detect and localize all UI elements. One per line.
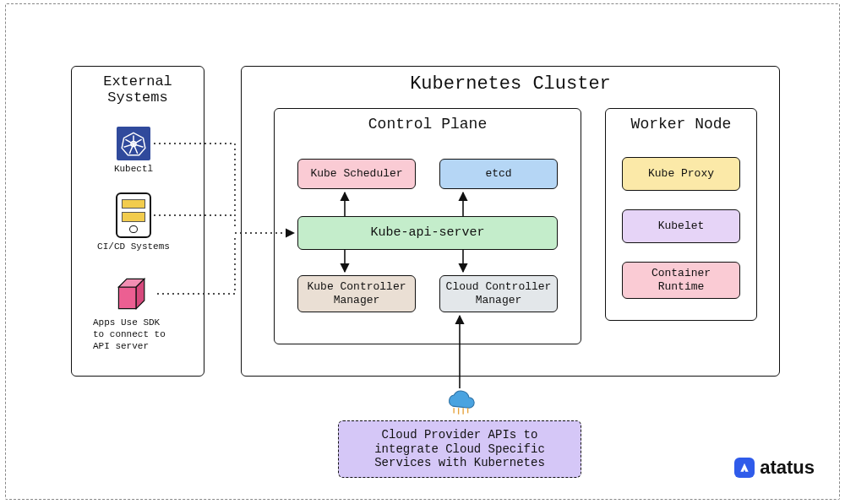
sdk-label: Apps Use SDKto connect toAPI server [93, 317, 174, 352]
svg-marker-9 [118, 287, 136, 309]
atatus-logo: atatus [734, 457, 815, 479]
diagram-canvas: External Systems Kubectl CI/CD Systems A… [0, 0, 845, 504]
cicd-label: CI/CD Systems [95, 241, 172, 253]
kube-api-server-box: Kube-api-server [297, 216, 558, 250]
kubectl-icon [117, 127, 150, 160]
atatus-logo-mark [734, 458, 755, 478]
container-runtime-box: ContainerRuntime [622, 262, 740, 299]
cloud-controller-manager-box: Cloud ControllerManager [439, 275, 558, 312]
sdk-cube-icon [113, 274, 154, 314]
worker-node-title: Worker Node [606, 116, 756, 133]
atatus-logo-text: atatus [760, 457, 815, 479]
cicd-icon [116, 192, 151, 238]
kubernetes-cluster-title: Kubernetes Cluster [242, 73, 779, 95]
kubectl-label: Kubectl [101, 164, 166, 176]
kube-proxy-box: Kube Proxy [622, 157, 740, 191]
kube-controller-manager-box: Kube ControllerManager [297, 275, 416, 312]
cloud-icon [441, 388, 478, 417]
etcd-box: etcd [439, 159, 558, 189]
cloud-provider-apis-box: Cloud Provider APIs tointegrate Cloud Sp… [338, 420, 581, 478]
external-systems-title: External Systems [72, 73, 204, 106]
kube-scheduler-box: Kube Scheduler [297, 159, 416, 189]
control-plane-title: Control Plane [275, 116, 581, 133]
kubelet-box: Kubelet [622, 209, 740, 243]
